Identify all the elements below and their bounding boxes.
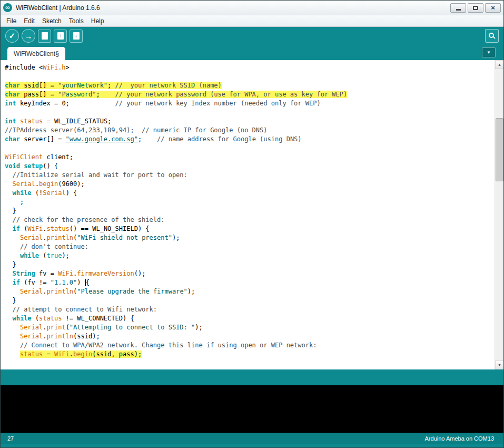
scroll-down-icon: ▼ — [498, 363, 501, 367]
code-line: } — [5, 260, 494, 269]
code-line: int keyIndex = 0; // your network key In… — [5, 99, 494, 108]
scrollbar-thumb[interactable] — [496, 118, 503, 181]
code-line — [5, 108, 494, 117]
tab-label: WiFiWebClient§ — [14, 50, 59, 57]
code-line: while (status != WL_CONNECTED) { — [5, 314, 494, 323]
scroll-down-button[interactable]: ▼ — [495, 361, 503, 369]
code-line: char server[] = "www.google.com.sg"; // … — [5, 135, 494, 144]
code-line: void setup() { — [5, 162, 494, 171]
code-line: Serial.println(ssid); — [5, 332, 494, 341]
save-sketch-button[interactable]: ↓ — [70, 30, 83, 43]
code-line: //Initialize serial and wait for port to… — [5, 171, 494, 180]
code-line: while (!Serial) { — [5, 189, 494, 198]
titlebar: ∞ WiFiWebClient | Arduino 1.6.6 × — [1, 1, 503, 15]
code-line: // check for the presence of the shield: — [5, 216, 494, 225]
code-line: status = WiFi.begin(ssid, pass); — [5, 350, 494, 359]
editor-scrollbar[interactable]: ▲ ▼ — [495, 60, 503, 369]
cursor-line-number: 27 — [7, 435, 14, 442]
code-line: char pass[] = "Password"; // your networ… — [5, 90, 494, 99]
menu-tools[interactable]: Tools — [65, 16, 87, 26]
code-line: WiFiClient client; — [5, 153, 494, 162]
check-icon: ✓ — [9, 31, 16, 41]
window-controls: × — [449, 3, 501, 13]
chevron-down-icon: ▼ — [487, 50, 491, 55]
board-port-label: Arduino Ameba on COM13 — [425, 435, 494, 442]
code-line: char ssid[] = "yourNetwork"; // your net… — [5, 81, 494, 90]
code-line: int status = WL_IDLE_STATUS; — [5, 117, 494, 126]
arduino-logo-icon: ∞ — [3, 3, 12, 12]
status-strip — [1, 369, 503, 385]
tab-wifiwebclient[interactable]: WiFiWebClient§ — [7, 47, 65, 60]
code-line — [5, 144, 494, 153]
code-line: Serial.println("Please upgrade the firmw… — [5, 287, 494, 296]
arduino-ide-window: ∞ WiFiWebClient | Arduino 1.6.6 × File E… — [0, 0, 504, 448]
magnifier-icon — [489, 33, 494, 38]
code-line: Serial.begin(9600); — [5, 180, 494, 189]
verify-button[interactable]: ✓ — [5, 29, 19, 43]
code-line: Serial.println("WiFi shield not present"… — [5, 233, 494, 242]
window-bottom-edge — [1, 444, 503, 447]
upload-button[interactable]: → — [22, 29, 35, 43]
window-title: WiFiWebClient | Arduino 1.6.6 — [16, 4, 100, 12]
line-status-bar: 27 Arduino Ameba on COM13 — [1, 433, 503, 444]
code-line: #include <WiFi.h> — [5, 63, 494, 72]
serial-monitor-button[interactable] — [485, 29, 499, 43]
menubar: File Edit Sketch Tools Help — [1, 15, 503, 27]
tab-strip: WiFiWebClient§ ▼ — [1, 45, 503, 60]
menu-file[interactable]: File — [3, 16, 20, 26]
code-line: while (true); — [5, 251, 494, 260]
code-line: // attempt to connect to Wifi network: — [5, 305, 494, 314]
open-icon: ↑ — [57, 32, 64, 40]
maximize-icon — [473, 6, 478, 10]
minimize-icon — [456, 9, 461, 11]
scroll-up-icon: ▲ — [498, 63, 501, 66]
right-arrow-icon: → — [25, 32, 33, 41]
code-line — [5, 72, 494, 81]
code-line: String fv = WiFi.firmwareVersion(); — [5, 269, 494, 278]
menu-sketch[interactable]: Sketch — [38, 16, 65, 26]
code-line: if (fv != "1.1.0") { — [5, 278, 494, 287]
code-line: Serial.print("Attempting to connect to S… — [5, 323, 494, 332]
maximize-button[interactable] — [468, 3, 483, 13]
open-sketch-button[interactable]: ↑ — [54, 30, 67, 43]
code-line: // Connect to WPA/WPA2 network. Change t… — [5, 341, 494, 350]
minimize-button[interactable] — [450, 3, 466, 13]
tab-menu-button[interactable]: ▼ — [482, 47, 496, 57]
code-area: #include <WiFi.h> char ssid[] = "yourNet… — [5, 63, 494, 359]
new-document-icon — [42, 32, 48, 40]
code-line: //IPAddress server(64,233,189,94); // nu… — [5, 126, 494, 135]
code-line: if (WiFi.status() == WL_NO_SHIELD) { — [5, 225, 494, 233]
code-line: ; — [5, 198, 494, 207]
scroll-up-button[interactable]: ▲ — [495, 60, 503, 69]
code-line: // don't continue: — [5, 242, 494, 251]
code-editor[interactable]: #include <WiFi.h> char ssid[] = "yourNet… — [1, 60, 503, 369]
close-icon: × — [491, 4, 495, 11]
close-button[interactable]: × — [485, 3, 501, 13]
toolbar: ✓ → ↑ ↓ — [1, 27, 503, 45]
code-line: } — [5, 296, 494, 305]
menu-help[interactable]: Help — [87, 16, 108, 26]
menu-edit[interactable]: Edit — [20, 16, 38, 26]
code-line: } — [5, 207, 494, 216]
save-icon: ↓ — [73, 32, 80, 40]
new-sketch-button[interactable] — [38, 30, 51, 43]
console-output — [1, 385, 503, 433]
